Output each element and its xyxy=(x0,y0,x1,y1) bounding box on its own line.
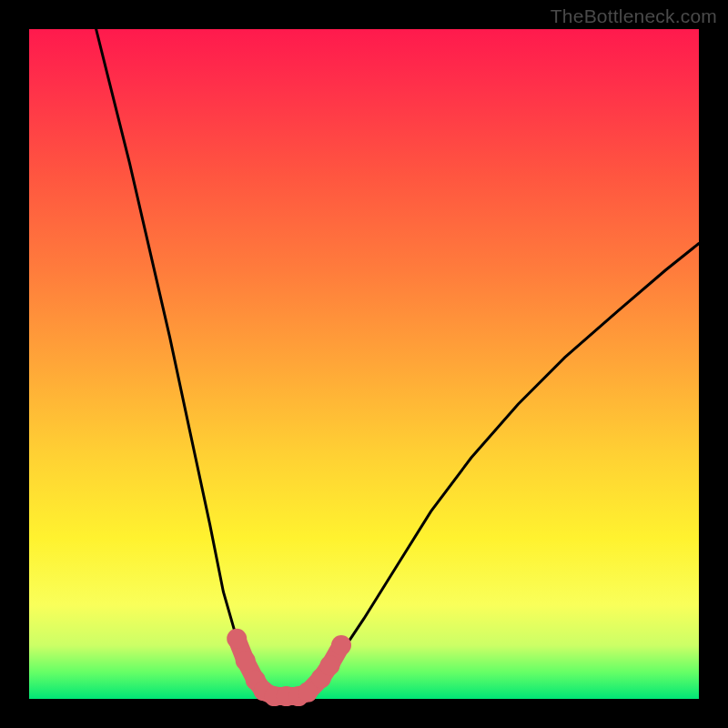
marker-point xyxy=(227,629,247,649)
marker-point xyxy=(331,635,351,655)
curve-right xyxy=(304,244,699,696)
plot-area xyxy=(29,29,699,699)
chart-frame: TheBottleneck.com xyxy=(0,0,728,728)
marker-point xyxy=(320,655,340,675)
watermark-text: TheBottleneck.com xyxy=(551,5,717,27)
marker-point xyxy=(236,651,256,671)
curve-left xyxy=(96,29,270,695)
bottleneck-curve xyxy=(29,29,699,699)
